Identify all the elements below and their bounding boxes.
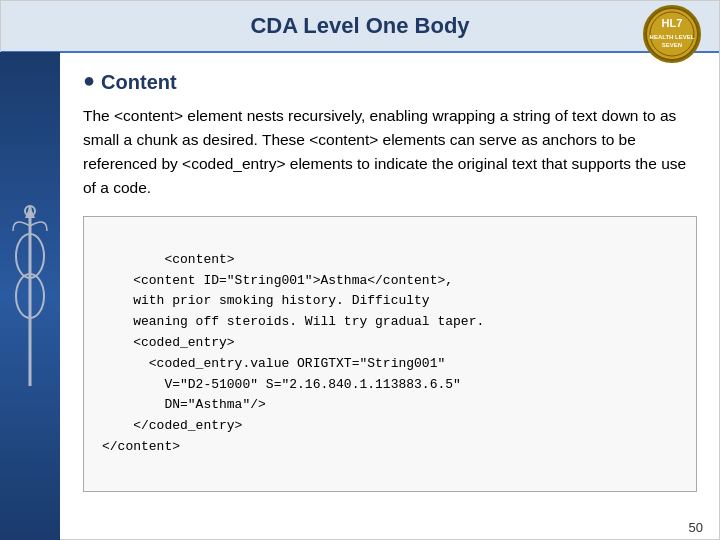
left-decoration: [1, 53, 60, 516]
slide-title: CDA Level One Body: [250, 13, 469, 39]
svg-text:SEVEN: SEVEN: [662, 42, 682, 48]
slide-number: 50: [1, 516, 719, 539]
header: CDA Level One Body HL7 HEALTH LEVEL SEVE…: [1, 1, 719, 53]
svg-text:HEALTH LEVEL: HEALTH LEVEL: [650, 34, 695, 40]
bullet-label: Content: [101, 71, 177, 94]
code-text: <content> <content ID="String001">Asthma…: [102, 252, 484, 454]
content-area: ● Content The <content> element nests re…: [61, 53, 719, 516]
bullet-section: ● Content: [83, 71, 697, 94]
hl7-logo: HL7 HEALTH LEVEL SEVEN: [643, 5, 703, 65]
bullet-symbol: ●: [83, 69, 95, 92]
svg-text:HL7: HL7: [662, 17, 683, 29]
content-description: The <content> element nests recursively,…: [83, 104, 697, 200]
logo-circle: HL7 HEALTH LEVEL SEVEN: [643, 5, 701, 63]
slide: CDA Level One Body HL7 HEALTH LEVEL SEVE…: [0, 0, 720, 540]
code-block: <content> <content ID="String001">Asthma…: [83, 216, 697, 492]
